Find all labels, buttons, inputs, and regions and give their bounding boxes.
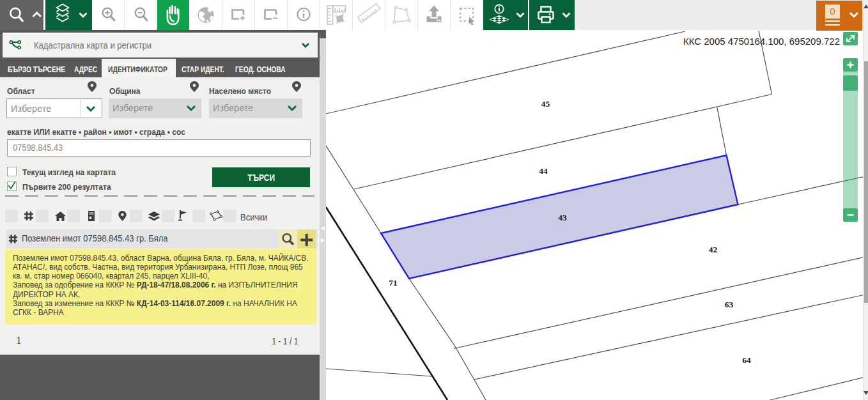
- svg-text:44: 44: [539, 166, 548, 176]
- svg-text:63: 63: [725, 300, 734, 309]
- svg-text:64: 64: [742, 355, 751, 365]
- svg-text:71: 71: [389, 278, 398, 288]
- svg-text:43: 43: [558, 213, 567, 222]
- svg-text:42: 42: [709, 245, 718, 254]
- svg-text:45: 45: [541, 99, 550, 109]
